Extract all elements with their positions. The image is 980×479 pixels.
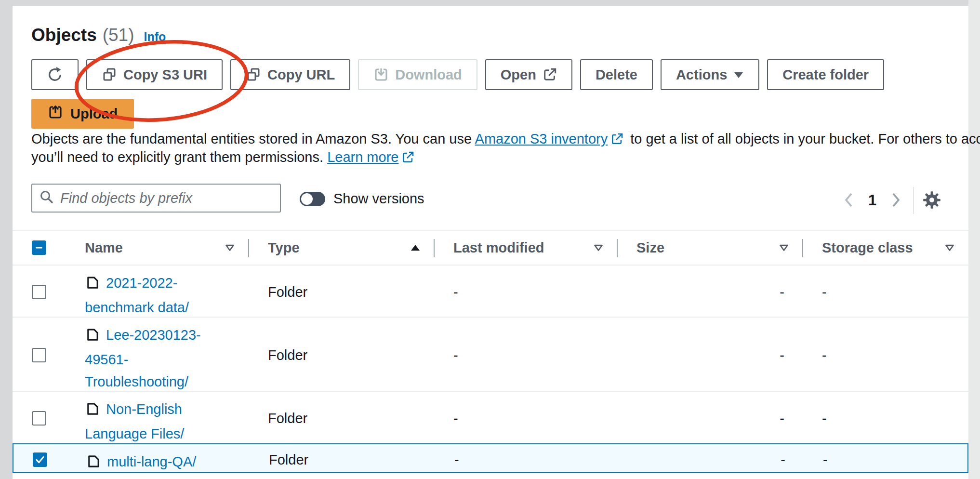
folder-name-text: Language Files/	[85, 426, 184, 441]
previous-page-button[interactable]	[840, 191, 858, 210]
table-row: 2021-2022-benchmark data/Folder---	[13, 266, 968, 318]
row-checkbox[interactable]	[32, 285, 46, 299]
refresh-button[interactable]	[31, 59, 79, 90]
folder-link[interactable]: multi-lang-QA/	[86, 451, 250, 475]
button-label: Delete	[596, 67, 637, 83]
folder-name-line: 49561-	[85, 348, 249, 371]
size-cell: -	[617, 318, 803, 393]
column-header-size[interactable]: Size	[617, 231, 803, 265]
folder-name-text: 49561-	[85, 352, 128, 367]
storage-class-cell: -	[803, 318, 968, 393]
copy-s3-uri-button[interactable]: Copy S3 URI	[86, 59, 223, 90]
folder-name-line: benchmark data/	[85, 296, 249, 319]
search-icon	[39, 189, 54, 207]
button-label: Download	[395, 67, 462, 83]
row-checkbox-cell	[13, 444, 76, 475]
description-line-1: Objects are the fundamental entities sto…	[31, 131, 980, 149]
delete-button[interactable]: Delete	[580, 59, 653, 90]
learn-more-link[interactable]: Learn more	[327, 149, 398, 165]
column-label: Last modified	[453, 240, 544, 256]
row-checkbox[interactable]	[33, 452, 47, 467]
button-label: Create folder	[782, 67, 869, 83]
refresh-icon	[47, 67, 63, 83]
folder-icon	[85, 326, 100, 348]
folder-icon	[86, 453, 101, 475]
next-page-button[interactable]	[887, 191, 904, 210]
objects-description: Objects are the fundamental entities sto…	[31, 131, 980, 167]
download-icon	[373, 67, 389, 82]
actions-button[interactable]: Actions	[661, 59, 759, 90]
open-button[interactable]: Open	[485, 59, 572, 90]
preferences-button[interactable]	[922, 190, 942, 212]
folder-name-line: 2021-2022-	[85, 272, 249, 296]
table-row: Non-EnglishLanguage Files/Folder---	[13, 392, 968, 444]
page-left-margin	[0, 0, 13, 479]
column-label: Size	[636, 240, 664, 256]
size-cell-value: -	[780, 411, 784, 426]
storage-class-cell: -	[804, 444, 969, 475]
button-label: Actions	[676, 67, 727, 83]
last-modified-cell-value: -	[453, 347, 458, 363]
object-count: (51)	[103, 25, 134, 45]
name-cell: multi-lang-QA/	[76, 444, 250, 475]
folder-link[interactable]: 2021-2022-benchmark data/	[85, 272, 249, 319]
search-input[interactable]	[60, 190, 273, 206]
create-folder-button[interactable]: Create folder	[767, 59, 884, 90]
chevron-right-icon	[890, 191, 901, 210]
last-modified-cell: -	[434, 318, 617, 393]
folder-name-line: Lee-20230123-	[85, 324, 249, 348]
gear-icon	[923, 191, 941, 211]
folder-name-line: Non-English	[85, 398, 249, 423]
type-cell: Folder	[249, 318, 434, 393]
folder-name-line: Troubleshooting/	[85, 371, 249, 393]
folder-icon	[85, 274, 100, 296]
object-actions-toolbar: Copy S3 URICopy URLDownloadOpenDeleteAct…	[31, 59, 884, 90]
column-header-storage-class[interactable]: Storage class	[803, 231, 968, 265]
column-header-last-modified[interactable]: Last modified	[434, 231, 617, 265]
table-row: multi-lang-QA/Folder---	[13, 443, 968, 473]
storage-class-cell: -	[803, 266, 968, 319]
copy-url-button[interactable]: Copy URL	[230, 59, 350, 90]
folder-link[interactable]: Non-EnglishLanguage Files/	[85, 398, 249, 445]
external-link-icon	[401, 151, 414, 167]
page-right-margin	[968, 0, 980, 479]
page-number[interactable]: 1	[858, 192, 887, 209]
copy-icon	[102, 67, 117, 82]
sort-ascending-icon	[410, 243, 421, 252]
row-checkbox-cell	[13, 392, 75, 445]
amazon-s3-inventory-link[interactable]: Amazon S3 inventory	[475, 131, 608, 146]
row-checkbox[interactable]	[32, 348, 46, 362]
type-cell-value: Folder	[268, 411, 307, 426]
folder-name-line: multi-lang-QA/	[86, 451, 250, 475]
storage-class-cell-value: -	[823, 452, 828, 468]
storage-class-cell-value: -	[822, 411, 827, 426]
folder-name-text: 2021-2022-	[106, 275, 177, 291]
type-cell-value: Folder	[269, 452, 308, 468]
column-label: Storage class	[822, 240, 913, 256]
select-all-checkbox[interactable]	[32, 240, 46, 255]
info-link[interactable]: Info	[144, 30, 166, 44]
button-label: Open	[501, 67, 536, 83]
name-cell: 2021-2022-benchmark data/	[75, 266, 249, 319]
column-header-type[interactable]: Type	[249, 231, 434, 265]
type-cell-value: Folder	[268, 347, 307, 363]
chevron-left-icon	[843, 191, 855, 210]
show-versions-label: Show versions	[333, 191, 424, 207]
show-versions-toggle[interactable]	[300, 192, 325, 206]
folder-link[interactable]: Lee-20230123-49561-Troubleshooting/	[85, 324, 249, 393]
last-modified-cell-value: -	[453, 284, 458, 300]
last-modified-cell-value: -	[454, 452, 459, 468]
table-body: 2021-2022-benchmark data/Folder---Lee-20…	[13, 266, 968, 473]
search-box	[31, 184, 281, 213]
page-title: Objects	[31, 25, 97, 45]
download-button[interactable]: Download	[358, 59, 477, 90]
folder-icon	[85, 400, 100, 423]
column-header-name[interactable]: Name	[75, 231, 249, 265]
upload-button[interactable]: Upload	[31, 99, 134, 129]
button-label: Copy S3 URI	[123, 67, 207, 83]
copy-icon	[246, 67, 261, 82]
size-cell: -	[617, 266, 803, 319]
row-checkbox[interactable]	[32, 411, 46, 426]
folder-name-text: Lee-20230123-	[106, 327, 201, 343]
name-cell: Non-EnglishLanguage Files/	[75, 392, 249, 445]
